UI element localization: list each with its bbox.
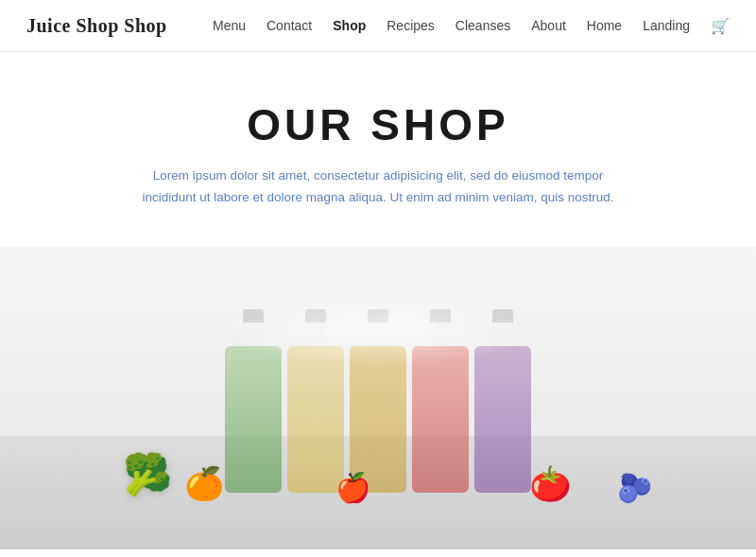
bottle-3 [350, 309, 406, 493]
nav-item-contact[interactable]: Contact [266, 18, 312, 33]
nav-item-home[interactable]: Home [587, 18, 622, 33]
nav-item-recipes[interactable]: Recipes [387, 18, 435, 33]
bottle-2-cap [305, 309, 326, 322]
broccoli-icon: 🥦 [123, 451, 172, 497]
berries-icon: 🫐 [617, 471, 652, 504]
orange-slice-icon: 🍊 [184, 464, 224, 502]
nav-item-shop[interactable]: Shop [333, 18, 366, 33]
apple-icon: 🍎 [335, 471, 370, 504]
bottle-4 [412, 309, 469, 493]
bottle-3-cap [368, 309, 388, 322]
bottle-3-neck [368, 322, 388, 346]
bottle-2 [287, 309, 344, 493]
bottle-5 [474, 309, 531, 493]
bottle-4-cap [430, 309, 451, 322]
site-header: Juice Shop Shop Menu Contact Shop Recipe… [0, 0, 756, 52]
nav-item-about[interactable]: About [531, 18, 566, 33]
bottle-4-neck [430, 322, 451, 346]
main-nav: Menu Contact Shop Recipes Cleanses About… [213, 17, 730, 35]
bottles-group [225, 309, 531, 493]
bottle-5-cap [492, 309, 513, 322]
cart-icon[interactable]: 🛒 [711, 17, 730, 35]
tomato-icon: 🍅 [529, 464, 572, 504]
hero-subtitle: Lorem ipsum dolor sit amet, consectetur … [132, 165, 624, 209]
nav-item-menu[interactable]: Menu [213, 18, 246, 33]
bottle-2-neck [305, 322, 326, 346]
bottle-1 [225, 309, 282, 493]
bottle-1-neck [243, 322, 264, 346]
juice-scene: 🥦 🍊 🍎 🍅 🫐 [0, 247, 756, 549]
bottle-5-neck [492, 322, 513, 346]
nav-item-landing[interactable]: Landing [643, 18, 690, 33]
bottle-1-cap [243, 309, 264, 322]
site-logo[interactable]: Juice Shop Shop [26, 15, 167, 37]
bottle-4-body [412, 346, 469, 493]
hero-section: OUR SHOP Lorem ipsum dolor sit amet, con… [0, 52, 756, 247]
hero-title: OUR SHOP [247, 99, 508, 150]
bottle-1-body [225, 346, 282, 493]
bottle-5-body [474, 346, 531, 493]
nav-item-cleanses[interactable]: Cleanses [455, 18, 510, 33]
